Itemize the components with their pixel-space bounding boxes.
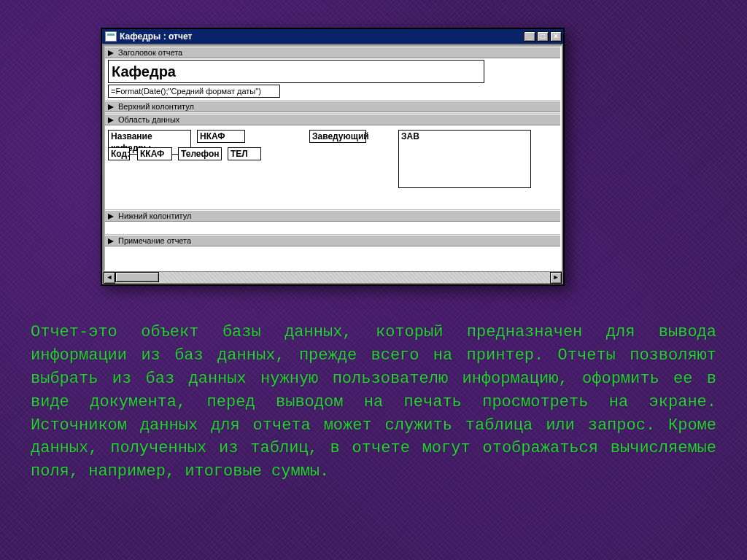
- tel-label[interactable]: Телефон: [178, 147, 222, 160]
- client-area: Заголовок отчета Кафедра =Format(Date();…: [102, 44, 563, 284]
- section-bar-detail[interactable]: Область данных: [105, 114, 560, 125]
- report-design-surface[interactable]: Заголовок отчета Кафедра =Format(Date();…: [104, 45, 562, 271]
- report-designer-window: Кафедры : отчет _ □ × Заголовок отчета К…: [101, 28, 565, 286]
- section-arrow-icon: [108, 238, 114, 244]
- section-label: Область данных: [118, 115, 179, 124]
- code-label[interactable]: Код:: [108, 147, 130, 160]
- section-bar-report-header[interactable]: Заголовок отчета: [105, 47, 560, 58]
- section-bar-page-footer[interactable]: Нижний колонтитул: [105, 210, 560, 222]
- title-label[interactable]: Кафедра: [108, 60, 484, 83]
- scroll-right-button[interactable]: ►: [550, 272, 562, 284]
- section-body-detail[interactable]: Название кафедры НКАФ Заведующий ЗАВ Код…: [105, 125, 560, 210]
- titlebar[interactable]: Кафедры : отчет _ □ ×: [102, 29, 563, 44]
- window-buttons: _ □ ×: [524, 31, 562, 42]
- section-arrow-icon: [108, 104, 114, 110]
- minimize-button[interactable]: _: [524, 31, 535, 42]
- scroll-left-button[interactable]: ◄: [104, 272, 115, 284]
- section-arrow-icon: [108, 214, 114, 219]
- window-title: Кафедры : отчет: [120, 31, 524, 42]
- explanation-paragraph: Отчет-это объект базы данных, который пр…: [31, 321, 716, 483]
- section-label: Верхний колонтитул: [118, 102, 194, 111]
- scroll-thumb[interactable]: [115, 272, 159, 282]
- section-label: Нижний колонтитул: [118, 211, 191, 220]
- report-icon: [105, 31, 117, 42]
- section-body-report-header[interactable]: Кафедра =Format(Date();"Средний формат д…: [105, 58, 560, 101]
- section-label: Примечание отчета: [118, 236, 191, 245]
- name-field[interactable]: НКАФ: [197, 130, 245, 143]
- date-expression-field[interactable]: =Format(Date();"Средний формат даты"): [108, 85, 280, 98]
- tel-field[interactable]: ТЕЛ: [228, 147, 261, 160]
- section-arrow-icon: [108, 117, 114, 123]
- head-field[interactable]: ЗАВ: [398, 130, 531, 188]
- head-label[interactable]: Заведующий: [309, 130, 366, 143]
- section-arrow-icon: [108, 50, 114, 56]
- section-bar-page-header[interactable]: Верхний колонтитул: [105, 101, 560, 112]
- horizontal-scrollbar[interactable]: ◄ ►: [104, 271, 562, 283]
- section-label: Заголовок отчета: [118, 48, 182, 57]
- maximize-button[interactable]: □: [537, 31, 549, 42]
- section-bar-report-footer[interactable]: Примечание отчета: [105, 235, 560, 246]
- close-button[interactable]: ×: [550, 31, 562, 42]
- section-body-page-footer[interactable]: [105, 222, 560, 235]
- code-field[interactable]: ККАФ: [137, 147, 172, 160]
- scroll-track[interactable]: [115, 272, 550, 283]
